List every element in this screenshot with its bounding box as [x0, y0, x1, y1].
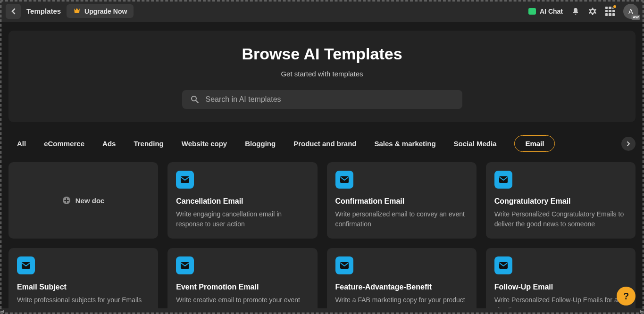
- new-doc-card[interactable]: New doc: [8, 162, 158, 239]
- tab-ecommerce[interactable]: eCommerce: [44, 136, 84, 151]
- new-doc-label: New doc: [75, 197, 105, 205]
- template-card[interactable]: Feature-Advantage-Benefit Write a FAB ma…: [327, 248, 477, 308]
- ai-chat-button[interactable]: AI Chat: [528, 8, 563, 15]
- page-title: Templates: [26, 7, 61, 15]
- chat-icon: [528, 8, 536, 15]
- search-input[interactable]: [206, 95, 454, 104]
- scroll-left-arrow[interactable]: ◀: [1, 309, 4, 314]
- tab-sales-marketing[interactable]: Sales & marketing: [375, 136, 436, 151]
- tab-product-and-brand[interactable]: Product and brand: [293, 136, 356, 151]
- chevron-left-icon: [11, 8, 16, 15]
- category-tabs-row: AlleCommerceAdsTrendingWebsite copyBlogg…: [8, 135, 636, 152]
- template-card[interactable]: Follow-Up Email Write Personalized Follo…: [486, 248, 636, 308]
- card-title: Follow-Up Email: [494, 283, 627, 291]
- tabs-scroll-right-button[interactable]: [621, 137, 636, 151]
- help-button[interactable]: ?: [617, 287, 636, 306]
- card-title: Cancellation Email: [176, 197, 309, 206]
- hero-section: Browse AI Templates Get started with tem…: [8, 31, 636, 122]
- hero-title: Browse AI Templates: [18, 45, 626, 63]
- card-title: Event Promotion Email: [176, 283, 309, 291]
- upgrade-button[interactable]: Upgrade Now: [67, 4, 134, 18]
- crown-icon: [73, 7, 81, 15]
- card-desc: Write personalized email to convey an ev…: [335, 209, 468, 229]
- card-title: Confirmation Email: [335, 197, 468, 206]
- hero-subtitle: Get started with templates: [18, 70, 626, 78]
- notifications-button[interactable]: [571, 7, 580, 16]
- card-title: Email Subject: [17, 283, 150, 291]
- ai-chat-label: AI Chat: [540, 8, 563, 15]
- help-label: ?: [623, 291, 629, 302]
- tab-email[interactable]: Email: [514, 135, 555, 152]
- app-header: Templates Upgrade Now AI Chat A AW: [0, 0, 644, 22]
- template-card[interactable]: Congratulatory Email Write Personalized …: [486, 162, 636, 239]
- envelope-icon: [17, 256, 35, 274]
- category-tabs: AlleCommerceAdsTrendingWebsite copyBlogg…: [8, 135, 619, 152]
- svg-line-1: [196, 100, 198, 103]
- tab-website-copy[interactable]: Website copy: [182, 136, 227, 151]
- chevron-right-icon: [627, 141, 630, 147]
- avatar-initial: A: [628, 8, 633, 15]
- template-grid: New doc Cancellation Email Write engagin…: [8, 162, 636, 308]
- apps-button[interactable]: [605, 7, 615, 16]
- upgrade-label: Upgrade Now: [84, 8, 127, 15]
- template-card[interactable]: Confirmation Email Write personalized em…: [327, 162, 477, 239]
- envelope-icon: [176, 171, 194, 189]
- card-desc: Write a FAB marketing copy for your prod…: [335, 295, 468, 305]
- envelope-icon: [335, 171, 353, 189]
- card-desc: Write engaging cancellation email in res…: [176, 209, 309, 229]
- envelope-icon: [176, 256, 194, 274]
- card-desc: Write Personalized Follow-Up Emails for …: [494, 295, 627, 308]
- search-icon: [191, 95, 199, 104]
- apps-notification-badge: [612, 4, 617, 9]
- search-box[interactable]: [182, 90, 462, 109]
- envelope-icon: [335, 256, 353, 274]
- card-desc: Write professional subjects for your Ema…: [17, 295, 150, 305]
- envelope-icon: [494, 256, 512, 274]
- template-card[interactable]: Event Promotion Email Write creative ema…: [167, 248, 317, 308]
- tab-trending[interactable]: Trending: [134, 136, 163, 151]
- gear-icon: [588, 7, 597, 16]
- template-card[interactable]: Cancellation Email Write engaging cancel…: [167, 162, 317, 239]
- template-card[interactable]: Email Subject Write professional subject…: [8, 248, 158, 308]
- tab-social-media[interactable]: Social Media: [454, 136, 497, 151]
- scroll-right-arrow[interactable]: ▶: [640, 309, 643, 314]
- card-title: Feature-Advantage-Benefit: [335, 283, 468, 291]
- card-title: Congratulatory Email: [494, 197, 627, 206]
- horizontal-scrollbar[interactable]: ◀ ▶: [0, 308, 644, 314]
- settings-button[interactable]: [588, 7, 597, 16]
- bell-icon: [571, 7, 580, 16]
- plus-circle-icon: [62, 196, 71, 205]
- tab-all[interactable]: All: [17, 136, 26, 151]
- main-content: Browse AI Templates Get started with tem…: [0, 22, 644, 308]
- avatar-button[interactable]: A AW: [623, 4, 638, 19]
- back-button[interactable]: [6, 4, 21, 19]
- tab-blogging[interactable]: Blogging: [245, 136, 276, 151]
- envelope-icon: [494, 171, 512, 189]
- avatar-badge: AW: [631, 15, 640, 20]
- card-desc: Write creative email to promote your eve…: [176, 295, 309, 305]
- card-desc: Write Personalized Congratulatory Emails…: [494, 209, 627, 229]
- tab-ads[interactable]: Ads: [102, 136, 116, 151]
